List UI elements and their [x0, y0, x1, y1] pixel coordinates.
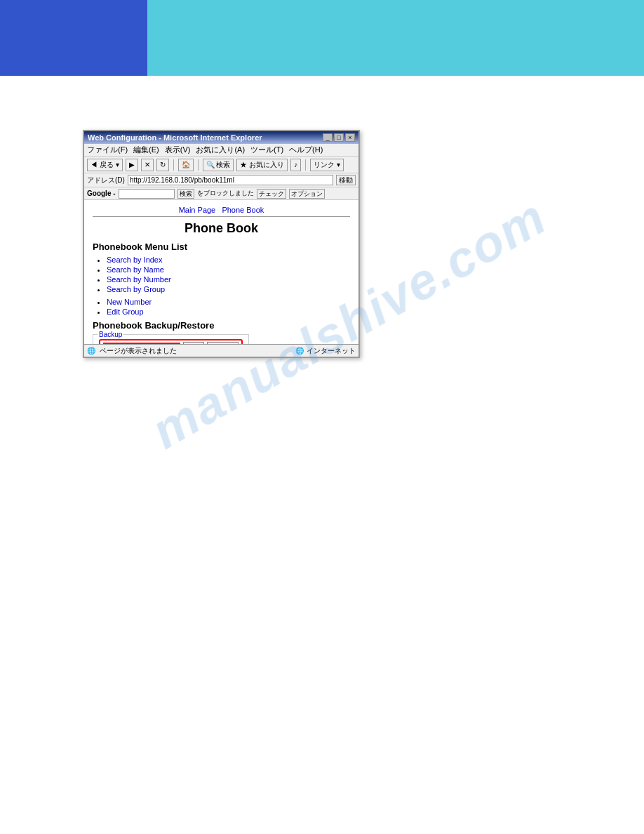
google-search-button[interactable]: 検索	[177, 189, 194, 199]
links-button[interactable]: リンク ▾	[310, 159, 344, 171]
menu-help[interactable]: ヘルプ(H)	[289, 145, 323, 155]
options-button[interactable]: オプション	[289, 189, 325, 199]
status-bar: 🌐 ページが表示されました 🌐 インターネット	[84, 344, 358, 357]
menu-list-heading: Phonebook Menu List	[93, 241, 350, 252]
refresh-button[interactable]: ↻	[156, 159, 169, 171]
search-button[interactable]: 🔍 検索	[203, 159, 234, 171]
page-title: Phone Book	[93, 221, 350, 236]
toolbar-sep-3	[305, 159, 306, 171]
close-button[interactable]: ×	[345, 133, 355, 142]
search-by-number-link[interactable]: Search by Number	[107, 275, 171, 284]
google-search-input[interactable]	[119, 189, 175, 199]
list-item-new-number: New Number	[107, 298, 350, 306]
google-logo: Google -	[87, 190, 116, 197]
header-banner	[0, 0, 644, 76]
forward-button[interactable]: ▶	[126, 159, 138, 171]
search-by-name-link[interactable]: Search by Name	[107, 265, 164, 274]
title-bar-buttons: _ □ ×	[323, 133, 355, 142]
window-title: Web Configuration - Microsoft Internet E…	[88, 133, 262, 142]
list-item-search-number: Search by Number	[107, 275, 350, 284]
back-button[interactable]: ◀ 戻る ▾	[87, 159, 123, 171]
menu-tools[interactable]: ツール(T)	[250, 145, 283, 155]
browser-window: Web Configuration - Microsoft Internet E…	[83, 130, 360, 358]
go-button[interactable]: 移動	[336, 175, 356, 185]
breadcrumb-phone-book[interactable]: Phone Book	[222, 206, 264, 214]
search-by-group-link[interactable]: Search by Group	[107, 285, 165, 293]
content-area: Main Page Phone Book Phone Book Phoneboo…	[84, 200, 358, 355]
edit-group-link[interactable]: Edit Group	[107, 307, 144, 316]
list-item-search-name: Search by Name	[107, 265, 350, 274]
check-button[interactable]: チェック	[257, 189, 286, 199]
new-number-link[interactable]: New Number	[107, 298, 152, 306]
google-bar: Google - 検索 をブロックしました チェック オプション	[84, 187, 358, 200]
title-bar: Web Configuration - Microsoft Internet E…	[84, 131, 358, 144]
address-label: アドレス(D)	[87, 176, 125, 185]
list-item-search-index: Search by Index	[107, 256, 350, 264]
search-by-index-link[interactable]: Search by Index	[107, 256, 163, 264]
menu-favorites[interactable]: お気に入り(A)	[196, 145, 245, 155]
breadcrumb: Main Page Phone Book	[93, 206, 350, 217]
menu-edit[interactable]: 編集(E)	[133, 145, 159, 155]
menu-view[interactable]: 表示(V)	[165, 145, 191, 155]
page-icon: 🌐	[87, 347, 95, 355]
status-right: 🌐 インターネット	[295, 346, 356, 356]
address-input[interactable]	[128, 175, 333, 185]
phonebook-links-list-2: New Number Edit Group	[93, 298, 350, 316]
breadcrumb-main-page[interactable]: Main Page	[179, 206, 216, 214]
zone-icon: 🌐	[295, 347, 304, 355]
zone-text: インターネット	[307, 346, 356, 356]
phonebook-links-list: Search by Index Search by Name Search by…	[93, 256, 350, 293]
list-item-edit-group: Edit Group	[107, 307, 350, 316]
maximize-button[interactable]: □	[334, 133, 344, 142]
header-left	[0, 0, 147, 76]
media-button[interactable]: ♪	[290, 159, 301, 171]
list-item-search-group: Search by Group	[107, 285, 350, 293]
home-button[interactable]: 🏠	[178, 159, 194, 171]
status-text: ページが表示されました	[100, 346, 291, 356]
toolbar-sep-1	[173, 159, 174, 171]
minimize-button[interactable]: _	[323, 133, 333, 142]
favorites-button[interactable]: ★ お気に入り	[236, 159, 288, 171]
backup-label: Backup	[98, 331, 123, 338]
toolbar: ◀ 戻る ▾ ▶ ✕ ↻ 🏠 🔍 検索 ★ お気に入り ♪ リンク ▾	[84, 157, 358, 173]
address-bar: アドレス(D) 移動	[84, 173, 358, 187]
toolbar-sep-2	[198, 159, 199, 171]
menu-bar: ファイル(F) 編集(E) 表示(V) お気に入り(A) ツール(T) ヘルプ(…	[84, 144, 358, 157]
header-right	[147, 0, 644, 76]
menu-file[interactable]: ファイル(F)	[87, 145, 128, 155]
stop-button[interactable]: ✕	[141, 159, 154, 171]
blocks-text: をブロックしました	[197, 189, 254, 198]
backup-restore-heading: Phonebook Backup/Restore	[93, 320, 350, 331]
